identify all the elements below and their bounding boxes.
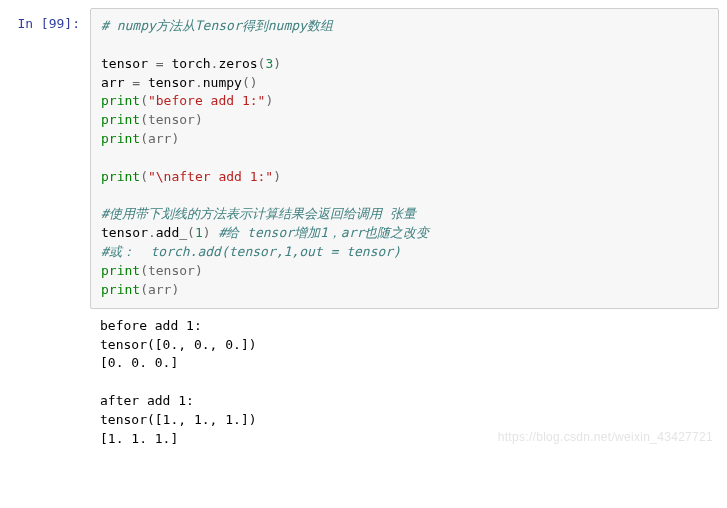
output-line: [1. 1. 1.] [100,431,178,446]
code-comment: # numpy方法从Tensor得到numpy数组 [101,18,333,33]
output-prompt [0,309,90,317]
output-line: before add 1: [100,318,202,333]
code-token: 1 [195,225,203,240]
code-token: (tensor) [140,112,203,127]
code-output: before add 1: tensor([0., 0., 0.]) [0. 0… [90,309,719,449]
code-token: ) [273,169,281,184]
output-line: after add 1: [100,393,194,408]
code-token: print [101,131,140,146]
code-input[interactable]: # numpy方法从Tensor得到numpy数组 tensor = torch… [90,8,719,309]
code-token: tensor [101,56,148,71]
code-token: (arr) [140,282,179,297]
code-token: ) [273,56,281,71]
code-token: ( [140,169,148,184]
input-prompt: In [99]: [0,8,90,31]
code-token: tensor [148,75,195,90]
code-token: numpy [203,75,242,90]
code-token: . [148,225,156,240]
code-comment: #或： torch.add(tensor,1,out = tensor) [101,244,401,259]
code-token: print [101,112,140,127]
code-token: = [132,75,140,90]
code-token: print [101,93,140,108]
output-line: tensor([0., 0., 0.]) [100,337,257,352]
code-token: ( [140,93,148,108]
code-token: (arr) [140,131,179,146]
code-token: (tensor) [140,263,203,278]
code-token: ) [203,225,211,240]
code-token: "\nafter add 1:" [148,169,273,184]
output-line: [0. 0. 0.] [100,355,178,370]
code-token: print [101,169,140,184]
code-token: zeros [218,56,257,71]
code-token: print [101,263,140,278]
code-comment: #使用带下划线的方法表示计算结果会返回给调用 张量 [101,206,416,221]
code-token: ( [187,225,195,240]
output-cell: before add 1: tensor([0., 0., 0.]) [0. 0… [0,309,719,449]
code-token: ) [265,93,273,108]
code-token: = [156,56,164,71]
output-line: tensor([1., 1., 1.]) [100,412,257,427]
code-comment: #给 tensor增加1，arr也随之改变 [211,225,430,240]
code-token: add_ [156,225,187,240]
code-token: () [242,75,258,90]
code-token: tensor [101,225,148,240]
code-cell: In [99]: # numpy方法从Tensor得到numpy数组 tenso… [0,8,719,309]
code-token: arr [101,75,124,90]
code-token: "before add 1:" [148,93,265,108]
watermark-text: https://blog.csdn.net/weixin_43427721 [498,429,713,446]
code-token: print [101,282,140,297]
code-token: torch [171,56,210,71]
code-token: . [195,75,203,90]
